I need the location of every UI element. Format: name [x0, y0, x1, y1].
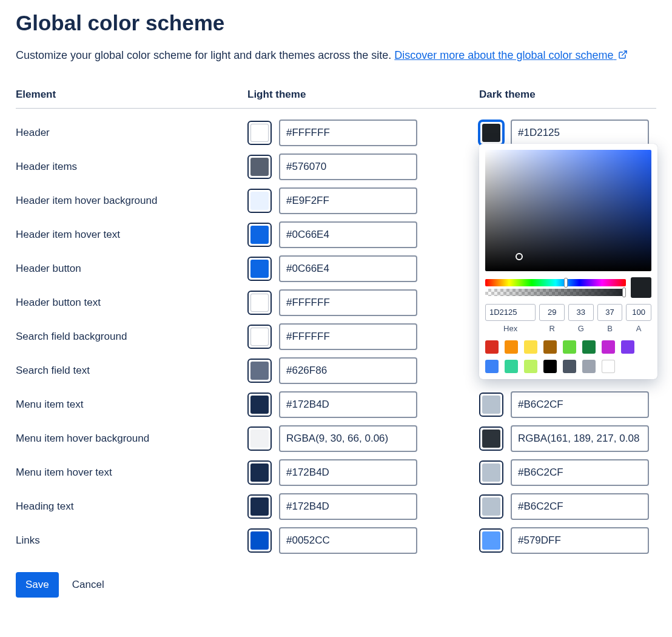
color-swatch-dark[interactable]: [479, 460, 503, 485]
light-color-input[interactable]: [279, 221, 417, 248]
color-swatch-light[interactable]: [247, 223, 272, 247]
color-swatch-fill: [482, 396, 500, 414]
color-swatch-light[interactable]: [247, 494, 272, 519]
row-label: Header button text: [16, 286, 247, 320]
color-swatch-light[interactable]: [247, 257, 272, 281]
color-swatch-fill: [250, 260, 269, 278]
color-swatch-light[interactable]: [247, 359, 272, 383]
color-swatch-fill: [250, 497, 269, 516]
dark-color-input[interactable]: [511, 391, 649, 418]
column-header-element: Element: [16, 89, 247, 109]
picker-b-label: B: [607, 324, 613, 333]
form-actions: Save Cancel: [16, 572, 656, 598]
preset-swatch[interactable]: [505, 360, 518, 373]
light-color-input[interactable]: [279, 120, 417, 146]
color-swatch-fill: [250, 430, 269, 448]
preset-swatch[interactable]: [563, 340, 576, 354]
color-swatch-fill: [250, 362, 269, 380]
description-text: Customize your global color scheme for l…: [16, 49, 394, 61]
picker-fields: HexRGBA: [485, 304, 651, 333]
color-swatch-fill: [482, 463, 500, 482]
picker-a-input[interactable]: [626, 304, 651, 321]
color-swatch-light[interactable]: [247, 155, 272, 179]
dark-color-input[interactable]: [511, 527, 649, 554]
preset-swatch[interactable]: [543, 360, 557, 373]
light-color-input[interactable]: [279, 153, 417, 180]
color-swatch-light[interactable]: [247, 393, 272, 417]
cancel-button[interactable]: Cancel: [67, 572, 109, 598]
color-swatch-fill: [250, 124, 269, 142]
dark-color-cell: [479, 524, 656, 558]
preset-swatch[interactable]: [485, 340, 499, 354]
save-button[interactable]: Save: [16, 572, 59, 598]
preset-swatch[interactable]: [582, 340, 596, 354]
light-color-cell: [247, 456, 479, 490]
color-swatch-light[interactable]: [247, 528, 272, 553]
picker-preview: [631, 277, 651, 298]
hue-slider[interactable]: [485, 279, 626, 286]
dark-color-input[interactable]: [511, 425, 649, 452]
color-swatch-light[interactable]: [247, 325, 272, 349]
color-scheme-grid: Element Light theme Dark theme HeaderHex…: [16, 89, 656, 558]
color-swatch-light[interactable]: [247, 121, 272, 145]
light-color-cell: [247, 422, 479, 456]
row-label: Search field background: [16, 320, 247, 354]
light-color-input[interactable]: [279, 459, 417, 486]
row-label: Header item hover background: [16, 184, 247, 218]
preset-swatch[interactable]: [621, 340, 634, 354]
preset-swatch[interactable]: [485, 360, 499, 373]
preset-swatch[interactable]: [524, 340, 537, 354]
light-color-input[interactable]: [279, 425, 417, 452]
light-color-input[interactable]: [279, 391, 417, 418]
alpha-slider[interactable]: [485, 289, 626, 296]
preset-swatch[interactable]: [582, 360, 596, 373]
picker-g-input[interactable]: [568, 304, 594, 321]
dark-color-input[interactable]: [511, 493, 649, 520]
light-color-input[interactable]: [279, 527, 417, 554]
dark-color-input[interactable]: [511, 459, 649, 486]
row-label: Menu item hover background: [16, 422, 247, 456]
light-color-input[interactable]: [279, 357, 417, 384]
color-swatch-light[interactable]: [247, 460, 272, 485]
color-swatch-dark[interactable]: [479, 528, 503, 553]
picker-strip-row: [485, 277, 651, 298]
discover-link[interactable]: Discover more about the global color sch…: [394, 49, 627, 61]
light-color-input[interactable]: [279, 289, 417, 316]
color-swatch-dark[interactable]: [479, 393, 503, 417]
color-swatch-light[interactable]: [247, 426, 272, 451]
color-swatch-fill: [250, 226, 269, 244]
preset-swatch[interactable]: [524, 360, 537, 373]
light-color-input[interactable]: [279, 493, 417, 520]
light-color-cell: [247, 218, 479, 252]
preset-swatch[interactable]: [543, 340, 557, 354]
row-label: Menu item hover text: [16, 456, 247, 490]
dark-color-cell: [479, 422, 656, 456]
external-link-icon: [618, 48, 628, 64]
row-label: Search field text: [16, 354, 247, 388]
dark-color-input[interactable]: [511, 120, 649, 146]
sv-area[interactable]: [485, 150, 651, 271]
preset-swatch[interactable]: [602, 360, 615, 373]
color-swatch-fill: [482, 124, 500, 142]
color-swatch-fill: [250, 328, 269, 346]
preset-swatch[interactable]: [602, 340, 615, 354]
picker-r-input[interactable]: [539, 304, 565, 321]
picker-b-input[interactable]: [597, 304, 623, 321]
preset-swatch[interactable]: [505, 340, 518, 354]
color-swatch-dark[interactable]: [479, 121, 503, 145]
discover-link-text: Discover more about the global color sch…: [394, 49, 613, 61]
preset-swatch[interactable]: [563, 360, 576, 373]
picker-hex-input[interactable]: [485, 304, 536, 321]
color-swatch-dark[interactable]: [479, 494, 503, 519]
color-swatch-dark[interactable]: [479, 426, 503, 451]
picker-r-label: R: [549, 324, 554, 333]
column-header-light: Light theme: [247, 89, 479, 109]
row-label: Header items: [16, 150, 247, 184]
color-swatch-light[interactable]: [247, 291, 272, 315]
color-swatch-fill: [482, 531, 500, 550]
light-color-input[interactable]: [279, 255, 417, 282]
light-color-input[interactable]: [279, 323, 417, 350]
color-swatch-light[interactable]: [247, 189, 272, 213]
light-color-input[interactable]: [279, 187, 417, 214]
color-swatch-fill: [250, 531, 269, 550]
